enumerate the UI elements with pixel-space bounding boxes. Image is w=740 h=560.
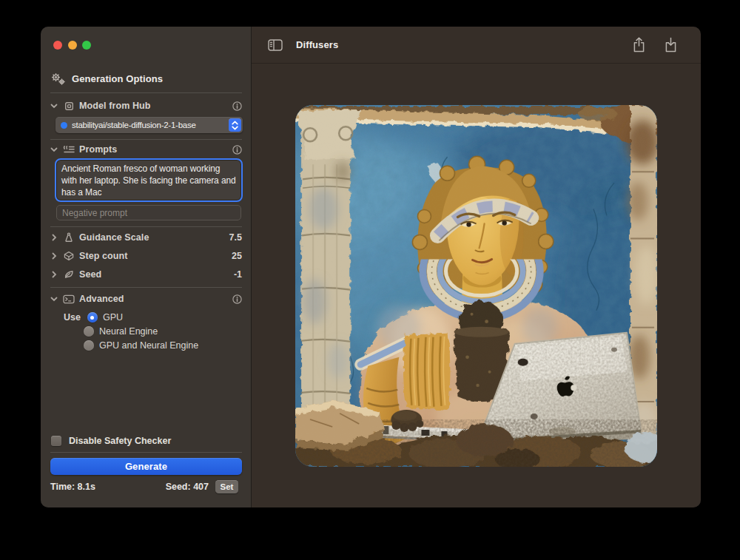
- window-title: Diffusers: [296, 39, 338, 50]
- model-select-value: stabilityai/stable-diffusion-2-1-base: [72, 121, 229, 129]
- prompts-section-row: Prompts: [50, 143, 242, 156]
- sidebar-toggle-icon[interactable]: [268, 39, 283, 51]
- info-icon[interactable]: [232, 294, 242, 304]
- radio-neural-engine[interactable]: [84, 326, 94, 337]
- model-status-dot: [61, 122, 67, 129]
- text-quote-icon: [63, 145, 75, 155]
- guidance-scale-value: 7.5: [229, 232, 242, 243]
- chevron-right-icon[interactable]: [50, 271, 58, 278]
- close-button[interactable]: [53, 41, 62, 50]
- chevron-right-icon[interactable]: [50, 252, 58, 260]
- zoom-button[interactable]: [82, 41, 91, 50]
- desktop: Generation Options Model from Hub: [0, 0, 740, 560]
- negative-prompt-input[interactable]: [57, 206, 240, 220]
- set-seed-button[interactable]: Set: [215, 480, 238, 493]
- advanced-section-label: Advanced: [79, 294, 124, 304]
- step-count-label: Step count: [79, 251, 128, 261]
- chevron-down-icon[interactable]: [50, 104, 58, 109]
- guidance-scale-row[interactable]: Guidance Scale 7.5: [50, 231, 242, 244]
- compute-option-neural-engine: Neural Engine: [84, 325, 158, 337]
- divider: [50, 139, 242, 140]
- main-pane: Diffusers: [252, 27, 701, 507]
- step-count-row[interactable]: Step count 25: [50, 249, 242, 263]
- sidebar-title: Generation Options: [72, 73, 163, 84]
- compute-option-gpu: Use GPU: [64, 311, 123, 323]
- model-section-row: Model from Hub: [50, 99, 242, 112]
- radio-gpu-and-ne[interactable]: [84, 340, 94, 351]
- app-window: Generation Options Model from Hub: [41, 27, 701, 507]
- safety-checkbox-label: Disable Safety Checker: [69, 436, 171, 446]
- chevron-down-icon[interactable]: [50, 297, 58, 302]
- compute-option-gpu-and-ne: GPU and Neural Engine: [84, 340, 198, 351]
- terminal-icon: [63, 294, 75, 304]
- divider: [50, 92, 242, 93]
- scale-mass-icon: [63, 232, 75, 243]
- minimize-button[interactable]: [68, 41, 77, 50]
- stack-3d-icon: [63, 251, 75, 261]
- info-icon[interactable]: [232, 101, 242, 111]
- stepper-icon[interactable]: [229, 118, 241, 132]
- seed-status: Seed: 407: [166, 482, 209, 492]
- radio-neural-engine-label: Neural Engine: [99, 326, 158, 337]
- divider: [50, 287, 242, 288]
- seed-value: -1: [234, 269, 242, 280]
- sidebar-header: Generation Options: [50, 72, 163, 85]
- divider: [50, 452, 242, 453]
- info-icon[interactable]: [232, 145, 242, 155]
- status-bar: Time: 8.1s Seed: 407 Set: [50, 479, 238, 494]
- radio-gpu[interactable]: [87, 312, 98, 323]
- chevron-down-icon[interactable]: [50, 147, 58, 152]
- sidebar: Generation Options Model from Hub: [41, 27, 252, 507]
- guidance-scale-label: Guidance Scale: [79, 232, 149, 243]
- model-select[interactable]: stabilityai/stable-diffusion-2-1-base: [56, 117, 243, 133]
- seed-label: Seed: [79, 269, 101, 280]
- seed-row[interactable]: Seed -1: [50, 268, 242, 281]
- radio-gpu-and-ne-label: GPU and Neural Engine: [99, 340, 198, 351]
- time-status: Time: 8.1s: [50, 482, 95, 492]
- cpu-icon: [63, 101, 75, 112]
- prompts-section-label: Prompts: [79, 144, 117, 155]
- save-image-icon[interactable]: [665, 37, 677, 53]
- safety-checkbox[interactable]: [51, 436, 61, 446]
- prompt-input[interactable]: Ancient Roman fresco of woman working wi…: [56, 160, 241, 200]
- use-label: Use: [64, 312, 81, 323]
- chevron-right-icon[interactable]: [50, 234, 58, 241]
- generate-button[interactable]: Generate: [50, 458, 242, 475]
- share-icon[interactable]: [633, 37, 645, 53]
- gears-icon: [50, 72, 66, 85]
- safety-checker-row: Disable Safety Checker: [51, 435, 171, 447]
- leaf-icon: [63, 269, 75, 280]
- step-count-value: 25: [232, 251, 242, 261]
- model-section-label: Model from Hub: [79, 101, 151, 111]
- radio-gpu-label: GPU: [103, 312, 123, 323]
- titlebar: Diffusers: [252, 27, 701, 64]
- advanced-section-row: Advanced: [50, 292, 242, 306]
- prompt-box: Ancient Roman fresco of woman working wi…: [56, 160, 241, 200]
- divider: [50, 226, 242, 227]
- negative-prompt-box: [56, 205, 241, 220]
- generated-image: [295, 105, 657, 467]
